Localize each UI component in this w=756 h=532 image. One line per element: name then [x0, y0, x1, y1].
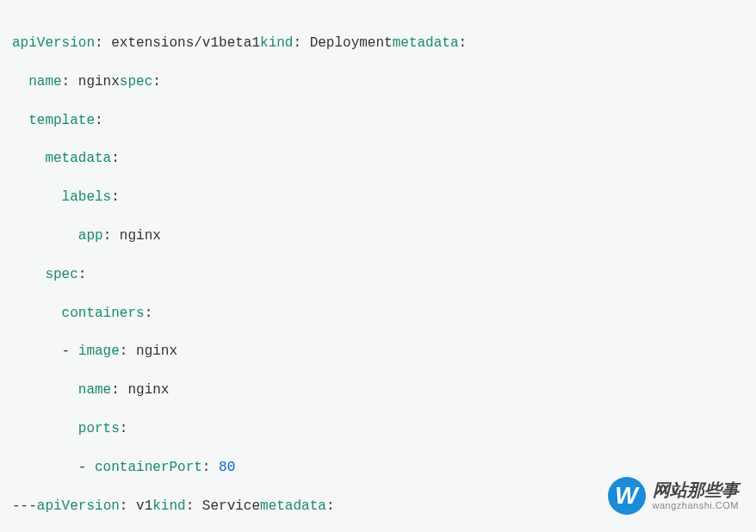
- code-block: apiVersion: extensions/v1beta1kind: Depl…: [12, 24, 744, 532]
- code-segment-key: containerPort: [95, 460, 202, 475]
- code-segment-colon: :: [95, 35, 111, 51]
- code-segment-value-text: v1: [136, 498, 152, 514]
- code-segment-key: spec: [120, 74, 152, 90]
- watermark: W 网站那些事 wangzhanshi.COM: [608, 477, 739, 515]
- code-segment-value-number: 80: [219, 460, 235, 475]
- code-segment-colon: :: [326, 498, 335, 514]
- code-line: containers:: [12, 294, 744, 333]
- code-segment-value-text: nginx: [136, 343, 177, 359]
- watermark-text: 网站那些事 wangzhanshi.COM: [653, 479, 739, 511]
- code-segment-value-text: Service: [202, 498, 260, 514]
- code-segment-separator: -: [62, 343, 78, 359]
- code-segment-key: image: [78, 343, 120, 359]
- code-segment-colon: :: [78, 267, 87, 282]
- code-segment-key: containers: [62, 306, 145, 321]
- code-line: name: nginx: [12, 371, 744, 410]
- code-segment-key: kind: [152, 498, 185, 514]
- code-segment-colon: :: [202, 460, 219, 475]
- code-segment-colon: :: [458, 35, 467, 51]
- code-segment-key: apiVersion: [37, 498, 120, 514]
- code-segment-key: spec: [45, 267, 77, 282]
- code-segment-key: metadata: [393, 35, 459, 51]
- code-segment-value-text: nginx: [78, 74, 120, 90]
- code-segment-value-text: extensions/v1beta1: [111, 35, 260, 51]
- code-segment-colon: :: [111, 151, 120, 166]
- code-line: ports:: [12, 410, 744, 448]
- code-segment-colon: :: [120, 421, 128, 436]
- watermark-english: wangzhanshi.COM: [653, 500, 739, 511]
- code-segment-colon: :: [152, 74, 161, 90]
- code-segment-colon: :: [62, 74, 78, 90]
- code-line: apiVersion: extensions/v1beta1kind: Depl…: [12, 24, 744, 63]
- code-segment-key: template: [28, 113, 95, 128]
- code-segment-colon: :: [111, 382, 127, 398]
- code-segment-colon: :: [103, 228, 120, 244]
- code-segment-key: labels: [62, 189, 112, 205]
- code-segment-value-text: Deployment: [310, 35, 393, 51]
- code-segment-value-text: nginx: [127, 382, 169, 398]
- watermark-chinese: 网站那些事: [653, 479, 739, 500]
- code-segment-key: apiVersion: [12, 35, 95, 51]
- code-segment-key: kind: [260, 35, 293, 51]
- code-segment-colon: :: [145, 306, 153, 321]
- code-line: name: nginxspec:: [12, 63, 744, 102]
- watermark-icon: W: [608, 477, 646, 515]
- code-line: - image: nginx: [12, 332, 744, 371]
- code-segment-colon: :: [293, 35, 309, 51]
- code-segment-key: app: [78, 228, 103, 244]
- code-segment-separator: ---: [12, 498, 37, 514]
- code-segment-colon: :: [120, 498, 136, 514]
- code-segment-colon: :: [120, 343, 136, 359]
- code-segment-key: name: [28, 74, 61, 90]
- code-line: template:: [12, 102, 744, 140]
- code-segment-colon: :: [95, 113, 103, 128]
- code-segment-separator: -: [78, 460, 95, 475]
- code-line: spec:: [12, 256, 744, 294]
- code-segment-key: metadata: [45, 151, 111, 166]
- code-segment-key: name: [78, 382, 111, 398]
- code-segment-colon: :: [186, 498, 202, 514]
- code-line: labels:: [12, 178, 744, 217]
- code-segment-key: ports: [78, 421, 120, 436]
- code-segment-value-text: nginx: [120, 228, 161, 244]
- code-line: app: nginx: [12, 217, 744, 256]
- code-segment-key: metadata: [260, 498, 326, 514]
- code-segment-colon: :: [111, 189, 120, 205]
- code-line: metadata:: [12, 139, 744, 178]
